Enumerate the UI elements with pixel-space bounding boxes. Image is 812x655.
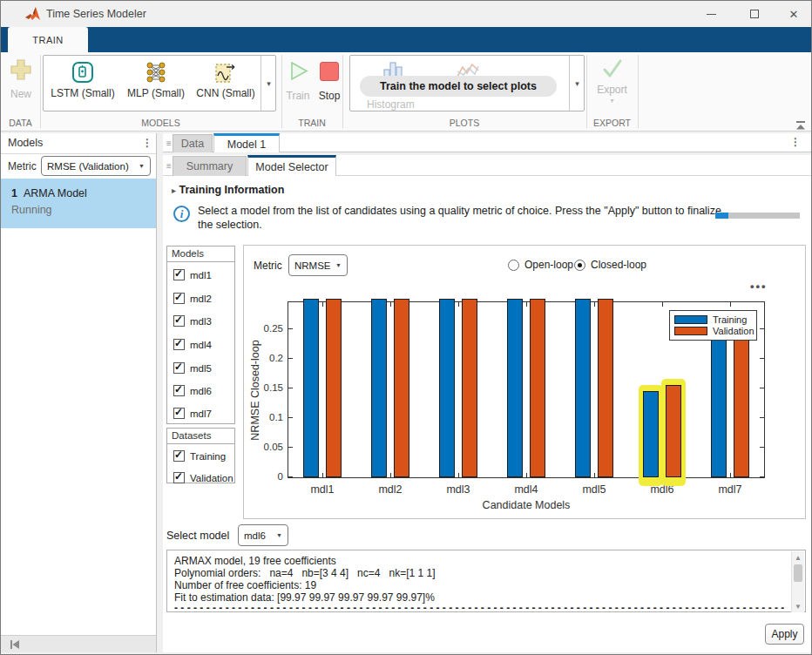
x-tick — [390, 302, 391, 307]
checkbox-mdl3[interactable]: ✓mdl3 — [173, 315, 212, 327]
scroll-up-icon[interactable]: ▲ — [792, 551, 804, 564]
checkbox-mdl7[interactable]: ✓mdl7 — [173, 408, 212, 419]
detail-line: Number of free coefficients: 19 — [174, 579, 316, 591]
y-tick-label: 0 — [250, 471, 283, 482]
select-model-dropdown[interactable]: mdl6 ▼ — [238, 524, 288, 546]
bar-mdl4-training[interactable] — [507, 299, 523, 477]
models-gallery-dropdown[interactable]: ▾ — [261, 56, 276, 111]
bar-mdl4-validation[interactable] — [530, 299, 545, 477]
datasets-group-title: Datasets — [167, 429, 234, 444]
window-title: Time Series Modeler — [46, 1, 146, 27]
apply-button[interactable]: Apply — [765, 624, 804, 645]
y-tick — [288, 417, 293, 418]
bar-mdl1-validation[interactable] — [326, 299, 342, 477]
y-tick-label: 0.25 — [250, 323, 283, 334]
tab-model-selector[interactable]: Model Selector — [247, 155, 336, 176]
y-tick — [288, 388, 293, 388]
bar-mdl5-training[interactable] — [575, 299, 591, 477]
checkbox-mdl5[interactable]: ✓mdl5 — [173, 362, 212, 374]
tab-train[interactable]: TRAIN — [8, 27, 88, 52]
y-tick — [760, 447, 764, 448]
bar-mdl3-validation[interactable] — [462, 299, 477, 477]
model-item-index: 1 — [11, 187, 17, 199]
scroll-down-icon[interactable]: ▼ — [792, 600, 804, 612]
maximize-button[interactable] — [737, 1, 772, 27]
x-tick-label: mdl5 — [568, 483, 620, 496]
checkbox-validation[interactable]: ✓Validation — [173, 472, 233, 483]
gallery-item-mlp[interactable]: MLP (Small) — [122, 57, 190, 110]
y-tick — [760, 328, 764, 329]
new-button[interactable]: New — [4, 55, 37, 109]
gallery-item-cnn[interactable]: CNN (Small) — [190, 57, 261, 110]
y-tick — [288, 328, 293, 329]
y-tick — [760, 358, 764, 359]
y-tick — [288, 358, 293, 359]
x-tick — [526, 302, 527, 307]
bar-mdl6-training[interactable] — [643, 391, 659, 477]
chart-options-icon[interactable]: ••• — [750, 280, 768, 293]
app-window: Time Series Modeler ✕ TRAIN New DATA LST… — [0, 0, 812, 655]
models-panel-menu-icon[interactable]: ⋮ — [142, 137, 152, 149]
model-details-textbox[interactable]: ARMAX model, 19 free coefficients Polyno… — [166, 550, 806, 612]
train-play-icon — [288, 60, 309, 82]
radio-open-loop[interactable]: Open-loop — [508, 259, 573, 271]
title-bar: Time Series Modeler ✕ — [1, 1, 811, 27]
document-tab-menu-icon[interactable]: ⋮ — [790, 136, 801, 148]
detail-line: Polynomial orders: na=4 nb=[3 4 4] nc=4 … — [174, 567, 436, 579]
checkbox-mdl4[interactable]: ✓mdl4 — [173, 339, 212, 350]
checkbox-mdl1[interactable]: ✓mdl1 — [173, 269, 212, 280]
select-model-value: mdl6 — [244, 530, 266, 541]
minimize-button[interactable] — [694, 1, 728, 27]
checkbox-mdl2[interactable]: ✓mdl2 — [173, 293, 212, 304]
x-tick-label: mdl3 — [432, 483, 484, 496]
stop-button[interactable]: Stop — [315, 55, 344, 111]
section-label-export: EXPORT — [586, 117, 638, 129]
collapse-ribbon-icon[interactable] — [794, 120, 808, 131]
tab-summary[interactable]: Summary — [173, 156, 247, 176]
x-tick — [730, 473, 731, 477]
bar-mdl1-training[interactable] — [303, 299, 319, 477]
radio-icon-selected — [574, 260, 585, 271]
bar-mdl7-validation[interactable] — [734, 332, 749, 477]
model-item-status: Running — [11, 204, 52, 216]
collapse-panel-icon[interactable] — [8, 638, 22, 651]
x-tick — [390, 473, 391, 477]
radio-closed-loop[interactable]: Closed-loop — [574, 259, 646, 271]
metric-dropdown[interactable]: RMSE (Validation) ▼ — [41, 156, 151, 176]
plots-tooltip: Train the model to select plots — [360, 76, 557, 97]
bar-mdl2-training[interactable] — [371, 299, 387, 477]
gallery-item-lstm[interactable]: LSTM (Small) — [47, 57, 118, 110]
training-info-header[interactable]: ▸ Training Information — [172, 184, 284, 196]
models-group-title: Models — [167, 246, 234, 262]
radio-icon — [508, 260, 519, 271]
bar-mdl7-training[interactable] — [711, 332, 727, 477]
tab-data[interactable]: Data — [173, 134, 213, 152]
section-label-models: MODELS — [40, 117, 281, 129]
x-tick-label: mdl1 — [296, 483, 348, 496]
export-button[interactable]: Export ▾ — [588, 55, 636, 111]
metric-label: Metric — [8, 160, 37, 172]
chevron-down-icon: ▼ — [276, 532, 282, 538]
checkbox-mdl6[interactable]: ✓mdl6 — [173, 385, 212, 396]
close-button[interactable]: ✕ — [776, 1, 811, 27]
training-info-line2: the selection. — [198, 219, 262, 231]
tab-model-1[interactable]: Model 1 — [213, 133, 280, 152]
scroll-thumb[interactable] — [794, 564, 802, 582]
model-list-item-selected[interactable]: 1 ARMA Model Running — [1, 179, 156, 228]
detail-dashes: - - - - - - - - - - - - - - - - - - - - … — [174, 602, 784, 614]
legend-swatch — [674, 327, 707, 335]
plots-gallery-dropdown[interactable]: ▾ — [569, 56, 585, 111]
chart-metric-dropdown[interactable]: NRMSE ▼ — [288, 254, 348, 276]
checkbox-training[interactable]: ✓Training — [173, 450, 226, 462]
x-tick — [458, 473, 459, 477]
bar-mdl2-validation[interactable] — [394, 299, 409, 477]
models-browser-panel: Models ⋮ Metric RMSE (Validation) ▼ 1 AR… — [1, 133, 157, 652]
bar-mdl5-validation[interactable] — [598, 299, 613, 477]
new-label: New — [4, 88, 37, 100]
details-scrollbar[interactable]: ▲ ▼ — [791, 551, 804, 612]
bar-mdl6-validation[interactable] — [666, 385, 681, 477]
x-tick — [594, 302, 595, 307]
bar-mdl3-training[interactable] — [439, 299, 455, 477]
train-button[interactable]: Train — [283, 55, 313, 111]
select-model-label: Select model — [166, 530, 229, 542]
